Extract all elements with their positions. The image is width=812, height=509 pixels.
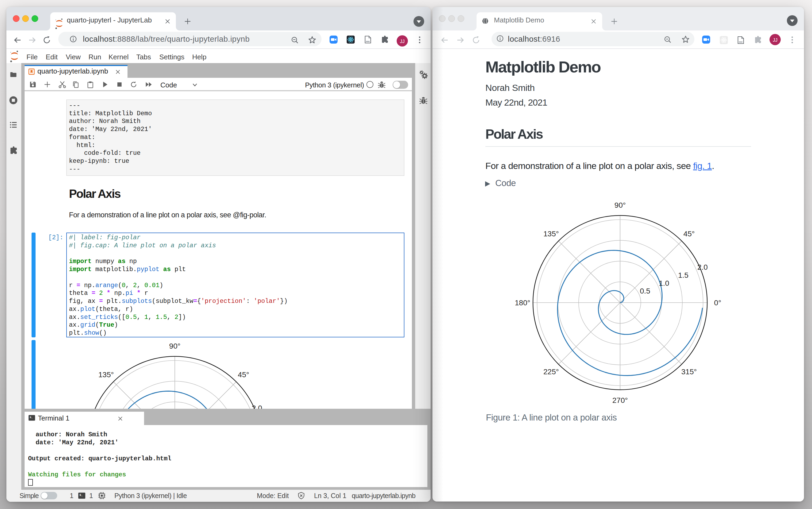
svg-text:180°: 180° xyxy=(515,299,530,307)
svg-text:0°: 0° xyxy=(714,299,721,307)
svg-text:135°: 135° xyxy=(543,230,559,238)
svg-text:$_: $_ xyxy=(30,416,33,419)
svg-text:2.0: 2.0 xyxy=(252,404,262,409)
svg-text:JJ: JJ xyxy=(773,37,778,43)
svg-text:1.5: 1.5 xyxy=(678,271,689,279)
svg-text:2.0: 2.0 xyxy=(697,263,708,271)
svg-text:270°: 270° xyxy=(612,396,628,405)
svg-text:315°: 315° xyxy=(681,368,697,376)
svg-text:JJ: JJ xyxy=(400,39,405,44)
svg-text:90°: 90° xyxy=(614,201,626,209)
svg-text:0.5: 0.5 xyxy=(640,287,650,295)
svg-text:$_: $_ xyxy=(79,494,83,497)
svg-text:225°: 225° xyxy=(543,368,559,376)
svg-text:1.0: 1.0 xyxy=(659,279,669,287)
svg-text:45°: 45° xyxy=(238,371,249,379)
svg-text:90°: 90° xyxy=(169,342,180,350)
svg-text:135°: 135° xyxy=(98,371,114,379)
svg-text:45°: 45° xyxy=(683,230,695,238)
